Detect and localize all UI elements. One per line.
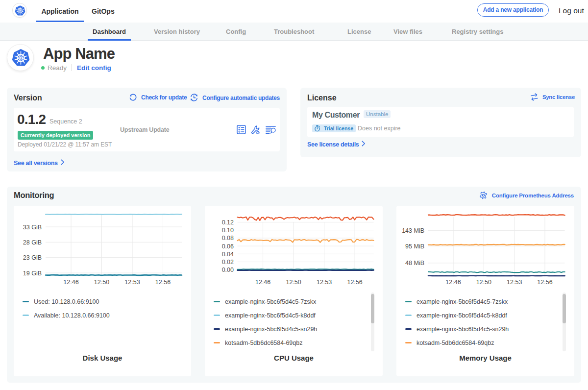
svg-text:33 GiB: 33 GiB: [23, 224, 42, 231]
svg-text:12:50: 12:50: [286, 279, 301, 286]
svg-text:12:53: 12:53: [124, 279, 140, 286]
svg-text:19 GiB: 19 GiB: [23, 270, 42, 277]
svg-text:95 MiB: 95 MiB: [405, 243, 424, 250]
svg-text:12:56: 12:56: [537, 279, 552, 286]
svg-text:12:46: 12:46: [255, 279, 270, 286]
svg-text:0.04: 0.04: [222, 251, 234, 258]
svg-text:12:56: 12:56: [347, 279, 362, 286]
svg-text:12:50: 12:50: [94, 279, 109, 286]
svg-text:12:53: 12:53: [317, 279, 332, 286]
svg-text:143 MiB: 143 MiB: [402, 227, 424, 234]
svg-text:12:46: 12:46: [63, 279, 78, 286]
svg-text:23 GiB: 23 GiB: [23, 254, 42, 261]
svg-text:0.00: 0.00: [222, 267, 234, 273]
svg-text:0.10: 0.10: [222, 227, 234, 234]
svg-text:28 GiB: 28 GiB: [23, 239, 42, 246]
svg-text:0.02: 0.02: [222, 259, 234, 266]
svg-text:12:50: 12:50: [476, 279, 491, 286]
svg-text:0.06: 0.06: [222, 243, 234, 250]
svg-text:0.08: 0.08: [222, 235, 234, 242]
svg-text:12:53: 12:53: [507, 279, 522, 286]
svg-text:48 MiB: 48 MiB: [405, 260, 424, 267]
svg-text:12:46: 12:46: [445, 279, 461, 286]
svg-text:0.12: 0.12: [222, 219, 234, 226]
svg-text:12:56: 12:56: [155, 279, 171, 286]
